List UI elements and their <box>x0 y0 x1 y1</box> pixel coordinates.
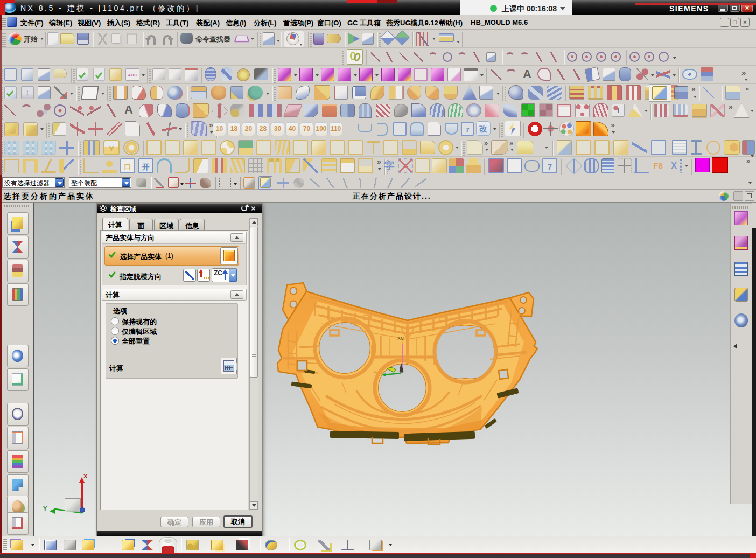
svg-text:XC: XC <box>397 336 404 341</box>
